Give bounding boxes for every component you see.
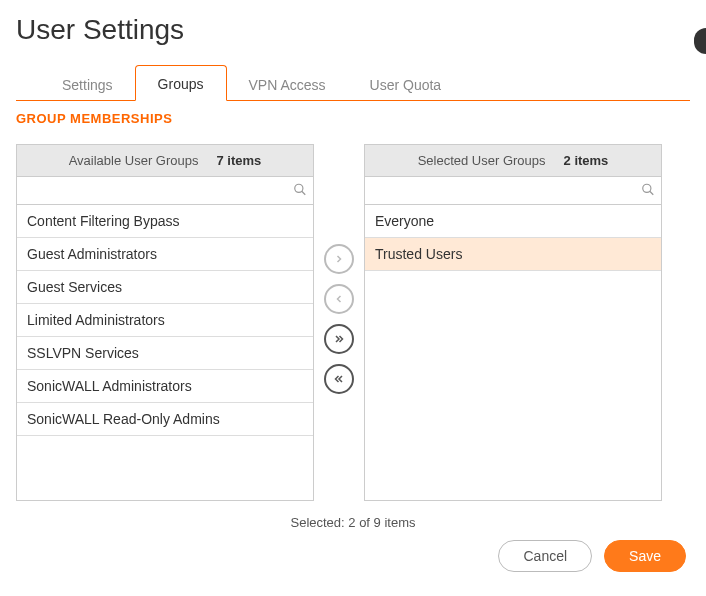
svg-line-3: [650, 191, 654, 195]
move-all-right-button[interactable]: [324, 324, 354, 354]
selected-header: Selected User Groups 2 items: [365, 145, 661, 177]
available-count: 7 items: [217, 153, 262, 168]
list-item[interactable]: Content Filtering Bypass: [17, 205, 313, 238]
list-item[interactable]: SSLVPN Services: [17, 337, 313, 370]
section-title: GROUP MEMBERSHIPS: [16, 111, 690, 126]
selection-summary: Selected: 2 of 9 items: [16, 515, 690, 530]
list-item[interactable]: Guest Administrators: [17, 238, 313, 271]
list-item[interactable]: Limited Administrators: [17, 304, 313, 337]
selected-panel: Selected User Groups 2 items EveryoneTru…: [364, 144, 662, 501]
tab-groups[interactable]: Groups: [135, 65, 227, 101]
footer: Cancel Save: [16, 540, 690, 572]
help-icon[interactable]: [694, 28, 706, 54]
available-title: Available User Groups: [69, 153, 199, 168]
transfer-arrows: [324, 244, 354, 394]
list-item[interactable]: Guest Services: [17, 271, 313, 304]
selected-search-input[interactable]: [365, 177, 661, 204]
list-item[interactable]: SonicWALL Read-Only Admins: [17, 403, 313, 436]
tab-user-quota[interactable]: User Quota: [348, 67, 464, 101]
selected-title: Selected User Groups: [418, 153, 546, 168]
available-header: Available User Groups 7 items: [17, 145, 313, 177]
dual-list: Available User Groups 7 items Content Fi…: [16, 144, 690, 501]
search-icon: [293, 182, 307, 199]
page-title: User Settings: [16, 14, 690, 46]
list-item[interactable]: Trusted Users: [365, 238, 661, 271]
selected-list: EveryoneTrusted Users: [365, 205, 661, 500]
available-search-row: [17, 177, 313, 205]
svg-line-1: [302, 191, 306, 195]
move-left-button[interactable]: [324, 284, 354, 314]
tabs: Settings Groups VPN Access User Quota: [16, 64, 690, 101]
move-all-left-button[interactable]: [324, 364, 354, 394]
search-icon: [641, 182, 655, 199]
tab-vpn-access[interactable]: VPN Access: [227, 67, 348, 101]
list-item[interactable]: SonicWALL Administrators: [17, 370, 313, 403]
list-item[interactable]: Everyone: [365, 205, 661, 238]
available-panel: Available User Groups 7 items Content Fi…: [16, 144, 314, 501]
move-right-button[interactable]: [324, 244, 354, 274]
available-search-input[interactable]: [17, 177, 313, 204]
selected-count: 2 items: [564, 153, 609, 168]
svg-point-0: [295, 184, 303, 192]
cancel-button[interactable]: Cancel: [498, 540, 592, 572]
tab-settings[interactable]: Settings: [40, 67, 135, 101]
selected-search-row: [365, 177, 661, 205]
save-button[interactable]: Save: [604, 540, 686, 572]
available-list: Content Filtering BypassGuest Administra…: [17, 205, 313, 500]
svg-point-2: [643, 184, 651, 192]
